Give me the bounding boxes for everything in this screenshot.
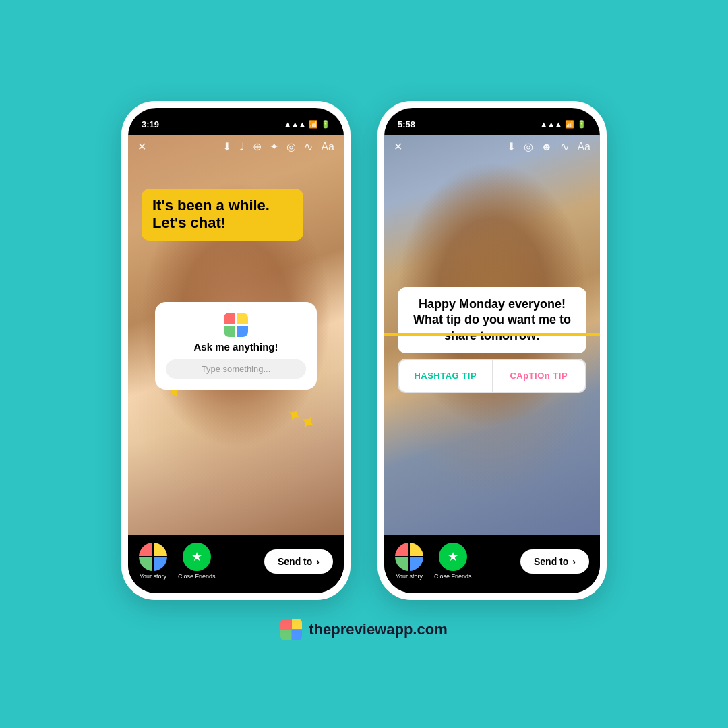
your-story-option-1[interactable]: Your story <box>139 543 167 580</box>
poll-option-right[interactable]: CApTIOn TIP <box>493 360 586 392</box>
download-icon-2[interactable]: ⬇ <box>507 140 516 153</box>
chevron-right-icon-2: › <box>572 556 576 567</box>
notch-1 <box>192 108 280 127</box>
preview-logo-sticker <box>224 313 248 337</box>
time-2: 5:58 <box>398 119 415 129</box>
yellow-divider-line <box>384 333 600 336</box>
music-icon-1[interactable]: ♩ <box>239 140 245 153</box>
phones-container: 3:19 ▲▲▲ 📶 🔋 ✕ ⬇ ♩ <box>121 101 607 600</box>
signal-icon-2: ▲▲▲ <box>540 120 562 128</box>
text-icon-1[interactable]: Aa <box>321 141 334 153</box>
link-icon-1[interactable]: ⊕ <box>253 140 262 153</box>
close-friends-option-1[interactable]: ★ Close Friends <box>178 543 216 580</box>
notch-2 <box>448 108 536 127</box>
your-story-label-1: Your story <box>140 573 166 580</box>
footer-website: thepreviewapp.com <box>309 621 447 638</box>
signal-icon-1: ▲▲▲ <box>284 120 306 128</box>
story-content-1: ✕ ⬇ ♩ ⊕ ✦ ◎ ∿ Aa It's been a w <box>128 135 344 535</box>
chevron-right-icon-1: › <box>316 556 320 567</box>
battery-icon-1: 🔋 <box>321 120 330 129</box>
poll-option-left[interactable]: HASHTAG TIP <box>399 360 493 392</box>
close-friends-label-2: Close Friends <box>434 573 472 580</box>
close-friends-label-1: Close Friends <box>178 573 216 580</box>
your-story-option-2[interactable]: Your story <box>395 543 423 580</box>
battery-icon-2: 🔋 <box>577 120 586 129</box>
bottom-bar-1: Your story ★ Close Friends Send to › <box>128 535 344 593</box>
type-input-placeholder[interactable]: Type something... <box>166 359 306 379</box>
ask-me-label: Ask me anything! <box>166 341 306 353</box>
send-to-button-1[interactable]: Send to › <box>264 549 333 574</box>
story-toolbar-1: ✕ ⬇ ♩ ⊕ ✦ ◎ ∿ Aa <box>128 135 344 158</box>
timer-icon-2[interactable]: ◎ <box>524 140 533 153</box>
face-icon-2[interactable]: ☻ <box>541 141 553 153</box>
time-1: 3:19 <box>142 119 159 129</box>
your-story-label-2: Your story <box>396 573 423 580</box>
text-sticker-1: It's been a while. Let's chat! <box>142 189 303 241</box>
bottom-bar-2: Your story ★ Close Friends Send to › <box>384 535 600 593</box>
poll-question-text: Happy Monday everyone! What tip do you w… <box>408 297 576 344</box>
footer: thepreviewapp.com <box>280 619 447 640</box>
story-toolbar-2: ✕ ⬇ ◎ ☻ ∿ Aa <box>384 135 600 158</box>
text-icon-2[interactable]: Aa <box>577 141 590 153</box>
poll-sticker[interactable]: Happy Monday everyone! What tip do you w… <box>398 287 586 393</box>
face-icon-1[interactable]: ◎ <box>286 140 296 153</box>
sound-icon-2[interactable]: ∿ <box>560 140 569 153</box>
wifi-icon-2: 📶 <box>565 120 574 129</box>
footer-logo <box>280 619 302 640</box>
close-friends-option-2[interactable]: ★ Close Friends <box>434 543 472 580</box>
phone-2: 5:58 ▲▲▲ 📶 🔋 ✕ ⬇ ◎ <box>377 101 607 600</box>
sound-icon-1[interactable]: ∿ <box>304 140 313 153</box>
download-icon-1[interactable]: ⬇ <box>222 140 231 153</box>
story-content-2: ✕ ⬇ ◎ ☻ ∿ Aa Happy M <box>384 135 600 535</box>
sparkle-icon-1[interactable]: ✦ <box>270 140 278 153</box>
phone-1: 3:19 ▲▲▲ 📶 🔋 ✕ ⬇ ♩ <box>121 101 351 600</box>
question-sticker[interactable]: Ask me anything! Type something... <box>155 302 317 390</box>
close-icon-2[interactable]: ✕ <box>394 140 402 153</box>
close-icon-1[interactable]: ✕ <box>138 140 146 153</box>
send-to-button-2[interactable]: Send to › <box>520 549 589 574</box>
wifi-icon-1: 📶 <box>309 120 318 129</box>
